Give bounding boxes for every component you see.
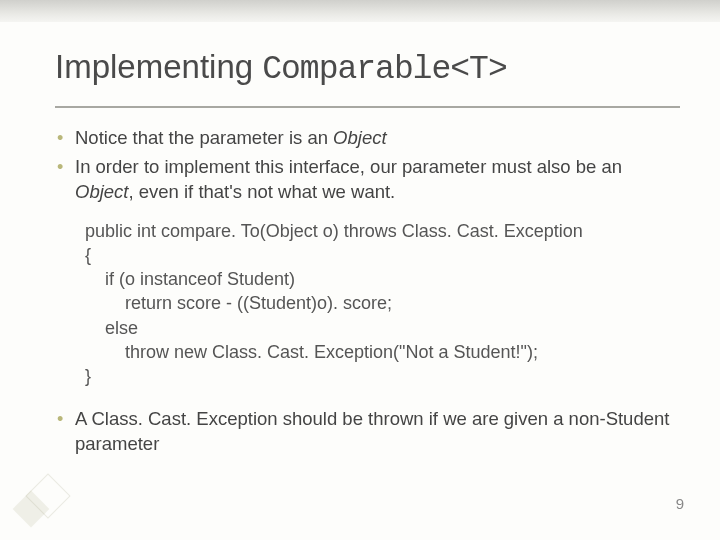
title-plain: Implementing <box>55 48 262 85</box>
slide-body: Implementing Comparable<T> Notice that t… <box>0 0 720 540</box>
bullet-list-top: Notice that the parameter is an ObjectIn… <box>55 126 680 205</box>
code-block: public int compare. To(Object o) throws … <box>85 219 680 389</box>
bullet-item: Notice that the parameter is an Object <box>55 126 680 151</box>
slide-title: Implementing Comparable<T> <box>55 50 680 88</box>
bullet-item: A Class. Cast. Exception should be throw… <box>55 407 680 457</box>
page-number: 9 <box>676 495 684 512</box>
title-mono: Comparable<T> <box>262 51 506 88</box>
bullet-item: In order to implement this interface, ou… <box>55 155 680 205</box>
bullet-list-bottom: A Class. Cast. Exception should be throw… <box>55 407 680 457</box>
title-underline <box>55 106 680 108</box>
